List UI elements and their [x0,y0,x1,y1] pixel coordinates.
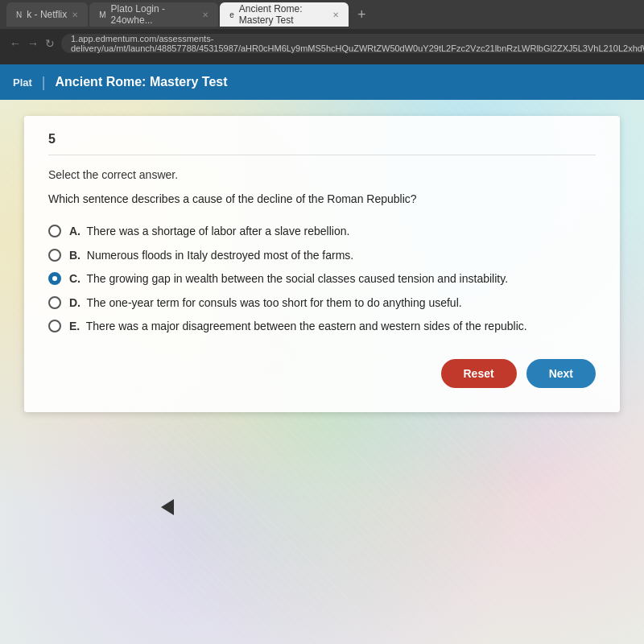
option-a[interactable]: A. There was a shortage of labor after a… [48,224,596,240]
edmentum-icon: e [229,10,234,19]
option-b[interactable]: B. Numerous floods in Italy destroyed mo… [48,248,596,264]
button-row: Reset Next [48,359,596,388]
question-card: 5 Select the correct answer. Which sente… [24,116,620,412]
option-a-text: There was a shortage of labor after a sl… [87,225,350,237]
option-e[interactable]: E. There was a major disagreement betwee… [48,319,596,335]
reset-button[interactable]: Reset [441,359,517,388]
radio-e[interactable] [48,320,61,332]
option-b-letter: B. [69,249,80,262]
gmail-icon: M [99,10,105,19]
option-a-letter: A. [69,225,80,237]
mouse-cursor [161,499,174,515]
option-b-label: B. Numerous floods in Italy destroyed mo… [69,248,353,264]
option-b-text: Numerous floods in Italy destroyed most … [87,249,353,262]
app-title: Ancient Rome: Mastery Test [56,75,228,89]
option-c-label: C. The growing gap in wealth between the… [69,271,508,287]
option-d-label: D. The one-year term for consuls was too… [69,295,462,312]
netflix-icon: N [16,10,22,19]
header-divider: | [42,74,46,91]
option-c-letter: C. [69,272,80,285]
tab-mastery-close[interactable]: ✕ [332,10,339,19]
content-area: Plat | Ancient Rome: Mastery Test 5 Sele… [0,64,644,644]
browser-chrome: N k - Netflix ✕ M Plato Login - 24owhe..… [0,0,644,64]
option-a-label: A. There was a shortage of labor after a… [69,224,349,240]
back-button[interactable]: ← [10,37,21,50]
url-text: 1.app.edmentum.com/assessments-delivery/… [71,34,644,53]
tab-plato[interactable]: M Plato Login - 24owhe... ✕ [89,2,218,27]
tab-plato-close[interactable]: ✕ [202,10,208,19]
tab-netflix-close[interactable]: ✕ [72,10,78,19]
option-e-letter: E. [69,320,80,332]
tab-mastery-test[interactable]: e Ancient Rome: Mastery Test ✕ [220,2,349,27]
address-bar: ← → ↻ 1.app.edmentum.com/assessments-del… [0,29,644,58]
question-text: Which sentence describes a cause of the … [48,191,596,208]
option-c-text: The growing gap in wealth between the so… [87,272,509,285]
next-button[interactable]: Next [526,359,596,388]
instruction-text: Select the correct answer. [48,168,596,181]
option-e-text: There was a major disagreement between t… [86,320,527,332]
tab-plato-label: Plato Login - 24owhe... [111,3,198,26]
tab-netflix[interactable]: N k - Netflix ✕ [6,2,88,27]
radio-b[interactable] [48,249,61,262]
url-bar[interactable]: 1.app.edmentum.com/assessments-delivery/… [61,34,644,53]
answer-options: A. There was a shortage of labor after a… [48,224,596,335]
tab-mastery-test-label: Ancient Rome: Mastery Test [239,3,328,26]
radio-a[interactable] [48,225,61,237]
new-tab-button[interactable]: + [350,3,373,26]
forward-button[interactable]: → [27,37,39,50]
question-number: 5 [48,132,596,155]
app-header: Plat | Ancient Rome: Mastery Test [0,64,644,100]
option-c[interactable]: C. The growing gap in wealth between the… [48,271,596,287]
app-logo: Plat [13,76,32,89]
refresh-button[interactable]: ↻ [45,37,55,50]
option-e-label: E. There was a major disagreement betwee… [69,319,527,335]
option-d-letter: D. [69,296,80,309]
tab-bar: N k - Netflix ✕ M Plato Login - 24owhe..… [0,0,644,29]
tab-netflix-label: k - Netflix [27,9,67,20]
radio-d[interactable] [48,296,61,309]
option-d-text: The one-year term for consuls was too sh… [87,296,462,309]
radio-c[interactable] [48,272,61,285]
option-d[interactable]: D. The one-year term for consuls was too… [48,295,596,312]
